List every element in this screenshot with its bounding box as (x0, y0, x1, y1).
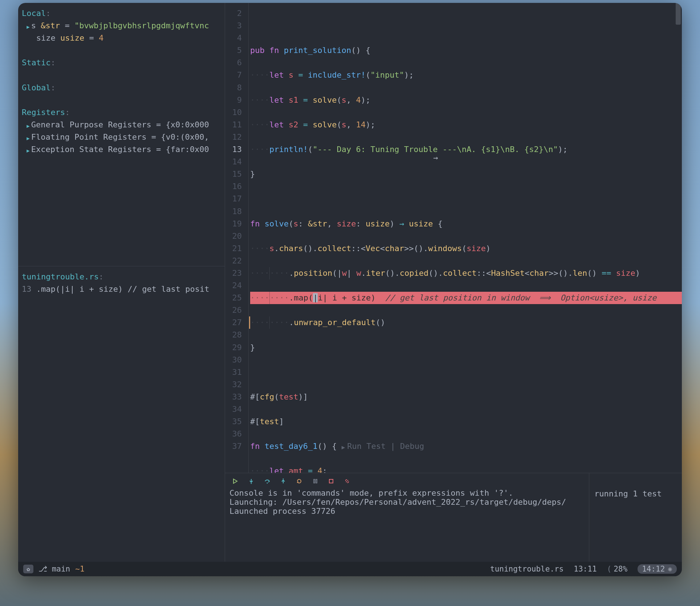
stop-icon[interactable] (327, 478, 335, 485)
locals-header: Local (22, 9, 46, 18)
svg-point-1 (267, 483, 268, 484)
editor-area: → 2 3 4 5 6 7 8 9 10 11 12 13 14 (225, 3, 682, 562)
svg-rect-4 (316, 479, 317, 483)
console-line: Console is in 'commands' mode, prefix ex… (229, 488, 585, 498)
registers-header: Registers (22, 108, 65, 117)
debug-sidebar: Local: ▶s &str = "bvwbjplbgvbhsrlpgdmjqw… (18, 3, 225, 562)
main-area: Local: ▶s &str = "bvwbjplbgvbhsrlpgdmjqw… (18, 3, 682, 562)
console-line: Launched process 37726 (229, 507, 585, 516)
reg-gpr[interactable]: General Purpose Registers (31, 120, 151, 129)
step-in-icon[interactable] (248, 478, 255, 485)
status-bar: ✿ ⎇ main ~1 tuningtrouble.rs 13:11 ( 28%… (18, 562, 682, 576)
codelens-debug[interactable]: Debug (400, 442, 424, 451)
console-line: Launching: /Users/fen/Repos/Personal/adv… (229, 498, 585, 507)
debug-toolbar (229, 475, 585, 488)
global-header: Global (22, 83, 50, 92)
test-output[interactable]: running 1 test (589, 473, 682, 562)
test-status: running 1 test (594, 489, 677, 498)
reg-fpr[interactable]: Floating Point Registers (31, 132, 147, 142)
diagnostics-count[interactable]: ~1 (75, 565, 84, 573)
continue-icon[interactable] (232, 478, 239, 485)
gear-icon: ✺ (668, 565, 672, 573)
variables-panel[interactable]: Local: ▶s &str = "bvwbjplbgvbhsrlpgdmjqw… (18, 3, 225, 266)
svg-point-0 (251, 483, 252, 484)
cursor-position: 13:11 (574, 565, 597, 573)
disconnect-icon[interactable] (343, 478, 351, 485)
var-s-name[interactable]: s (31, 21, 36, 30)
svg-rect-3 (314, 479, 315, 483)
pause-icon[interactable] (312, 478, 319, 485)
reg-esr[interactable]: Exception State Registers (31, 145, 151, 154)
codelens-run[interactable]: Run Test (347, 442, 386, 451)
editor-window: Local: ▶s &str = "bvwbjplbgvbhsrlpgdmjqw… (18, 3, 682, 576)
console-output[interactable]: Console is in 'commands' mode, prefix ex… (225, 473, 589, 562)
scrollbar[interactable] (675, 3, 682, 473)
stack-file: tuningtrouble.rs (22, 272, 99, 281)
code-editor[interactable]: → 2 3 4 5 6 7 8 9 10 11 12 13 14 (225, 3, 682, 473)
step-over-icon[interactable] (264, 478, 271, 485)
debug-console: Console is in 'commands' mode, prefix ex… (225, 473, 682, 562)
var-size-name[interactable]: size (36, 33, 56, 42)
filename-status: tuningtrouble.rs (490, 565, 563, 573)
scrollbar-thumb[interactable] (676, 3, 681, 25)
svg-point-2 (283, 479, 284, 480)
step-out-icon[interactable] (280, 478, 287, 485)
svg-rect-5 (329, 479, 333, 483)
stackframe-panel[interactable]: tuningtrouble.rs: 13 .map(|i| i + size) … (18, 266, 225, 562)
clock-widget[interactable]: 14:12✺ (638, 564, 677, 574)
static-header: Static (22, 58, 50, 67)
platform-icon[interactable]: ✿ (23, 565, 33, 573)
stack-line: .map(|i| i + size) // get last posit (36, 284, 209, 294)
git-branch[interactable]: ⎇ main (38, 565, 70, 573)
restart-icon[interactable] (296, 478, 303, 485)
line-gutter[interactable]: 2 3 4 5 6 7 8 9 10 11 12 13 14 15 (225, 3, 249, 473)
current-execution-line: ········.map(|i| i + size) // get last p… (250, 292, 682, 304)
scroll-percent: 28% (614, 565, 627, 573)
code-content[interactable]: pub fn print_solution() { ····let s = in… (249, 3, 682, 473)
